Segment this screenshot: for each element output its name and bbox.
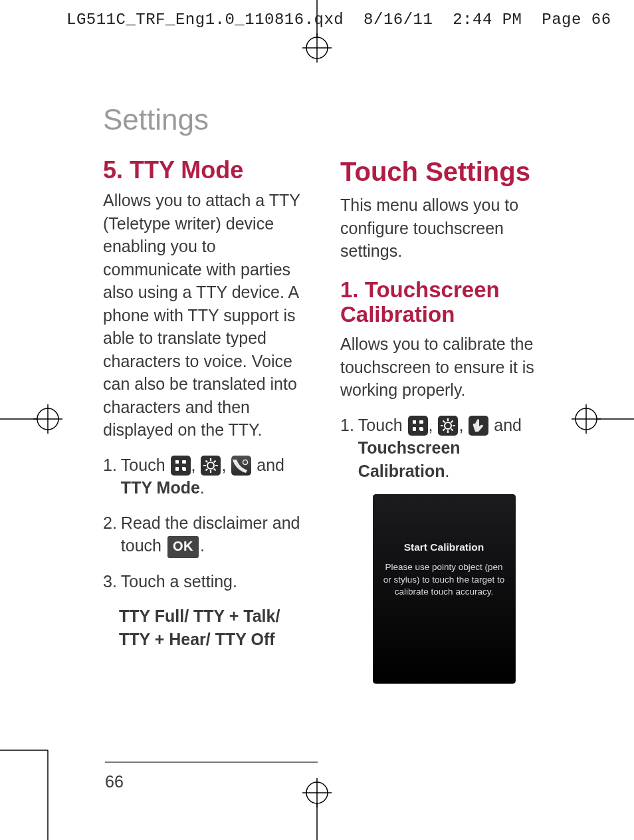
tty-step-2: 2. Read the disclaimer and touch OK.	[103, 511, 310, 558]
svg-point-20	[445, 422, 451, 429]
touch-settings-icon	[469, 416, 488, 436]
svg-point-9	[576, 408, 597, 430]
svg-point-18	[207, 462, 214, 469]
touch-intro: This menu allows you to configure touchs…	[340, 194, 548, 263]
text: Touch	[121, 456, 170, 474]
heading-tty-mode: 5. TTY Mode	[103, 156, 310, 184]
calibration-desc: Allows you to calibrate the touchscreen …	[340, 333, 548, 402]
svg-point-19	[243, 460, 248, 464]
svg-point-5	[37, 408, 58, 430]
tty-step-3: 3. Touch a setting.	[103, 570, 310, 593]
gear-icon	[438, 416, 458, 436]
calibration-step-1: 1. Touch , , and Touchscreen Calibration…	[340, 414, 548, 483]
section-title: Settings	[103, 103, 568, 136]
heading-touchscreen-calibration: 1. Touchscreen Calibration	[340, 277, 548, 328]
text: .	[445, 462, 449, 480]
svg-point-1	[306, 37, 328, 59]
gear-icon	[201, 456, 221, 476]
phone-dialog-text: Please use pointy object (pen or stylus)…	[377, 561, 511, 598]
apps-grid-icon	[408, 416, 428, 436]
phone-screenshot: Start Calibration Please use pointy obje…	[373, 494, 516, 684]
right-column: Touch Settings This menu allows you to c…	[340, 156, 548, 684]
tty-intro: Allows you to attach a TTY (Teletype wri…	[103, 189, 310, 442]
heading-touch-settings: Touch Settings	[340, 156, 548, 187]
left-column: 5. TTY Mode Allows you to attach a TTY (…	[103, 156, 310, 684]
tty-mode-label: TTY Mode	[121, 478, 200, 497]
text: Read the disclaimer and touch	[121, 513, 300, 555]
crop-header-text: LG511C_TRF_Eng1.0_110816.qxd 8/16/11 2:4…	[66, 11, 611, 29]
text: .	[200, 536, 205, 555]
page-content: Settings 5. TTY Mode Allows you to attac…	[103, 103, 568, 684]
page-number: 66	[105, 772, 557, 791]
call-settings-icon	[231, 456, 251, 476]
tty-options: TTY Full/ TTY + Talk/ TTY + Hear/ TTY Of…	[119, 605, 310, 650]
text: .	[200, 478, 205, 497]
ok-button-icon: OK	[167, 536, 199, 558]
tty-step-1: 1. Touch , , and TTY Mode.	[103, 454, 310, 499]
phone-dialog-title: Start Calibration	[404, 541, 484, 553]
footer-rule	[105, 762, 318, 763]
text: and	[257, 456, 284, 474]
apps-grid-icon	[171, 456, 191, 476]
text: and	[494, 416, 522, 434]
text: Touch	[358, 416, 407, 434]
page-footer: 66	[105, 762, 557, 791]
